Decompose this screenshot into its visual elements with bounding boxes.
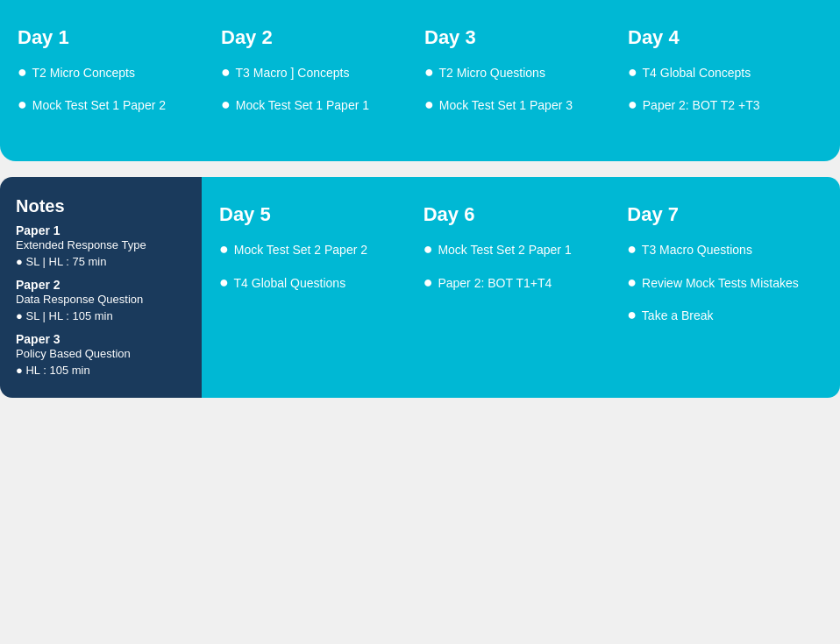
bottom-day-7-item-2: ● Review Mock Tests Mistakes — [627, 272, 822, 294]
bottom-day-5-item-1: ● Mock Test Set 2 Paper 2 — [219, 238, 415, 260]
notes-title: Notes — [16, 196, 186, 216]
top-day-2-item-2: ● Mock Test Set 1 Paper 1 — [221, 94, 416, 116]
bottom-section: Notes Paper 1 Extended Response Type ● S… — [0, 177, 840, 415]
paper1-label: Paper 1 — [16, 223, 186, 237]
top-day-1-item-1: ● T2 Micro Concepts — [18, 61, 212, 83]
paper3-desc: Policy Based Question — [16, 346, 186, 363]
top-day-2: Day 2● T3 Macro ] Concepts● Mock Test Se… — [221, 26, 416, 126]
paper1-desc: Extended Response Type — [16, 237, 186, 254]
top-days-section: Day 1● T2 Micro Concepts● Mock Test Set … — [0, 0, 840, 161]
bottom-day-6: Day 6● Mock Test Set 2 Paper 1● Paper 2:… — [424, 203, 619, 372]
bottom-day-7-item-3: ● Take a Break — [627, 304, 822, 326]
bottom-day-6-item-1: ● Mock Test Set 2 Paper 1 — [424, 238, 619, 260]
bottom-day-7-item-1: ● T3 Macro Questions — [627, 238, 822, 260]
bottom-day-7: Day 7● T3 Macro Questions● Review Mock T… — [627, 203, 822, 372]
top-day-2-title: Day 2 — [221, 26, 416, 49]
bottom-day-5-item-2: ● T4 Global Questions — [219, 272, 415, 294]
paper2-time: ● SL | HL : 105 min — [16, 308, 186, 325]
bottom-day-6-title: Day 6 — [424, 203, 619, 226]
top-day-2-item-1: ● T3 Macro ] Concepts — [221, 61, 416, 83]
top-day-1-title: Day 1 — [18, 26, 212, 49]
bottom-day-6-item-2: ● Paper 2: BOT T1+T4 — [424, 272, 619, 294]
top-day-3: Day 3● T2 Micro Questions● Mock Test Set… — [424, 26, 619, 126]
top-day-4-title: Day 4 — [628, 26, 822, 49]
bottom-day-5: Day 5● Mock Test Set 2 Paper 2● T4 Globa… — [219, 203, 415, 372]
bottom-day-7-title: Day 7 — [627, 203, 822, 226]
bottom-days-panel: Day 5● Mock Test Set 2 Paper 2● T4 Globa… — [202, 177, 840, 398]
paper2-label: Paper 2 — [16, 278, 186, 292]
top-day-3-item-2: ● Mock Test Set 1 Paper 3 — [424, 94, 619, 116]
paper1-time: ● SL | HL : 75 min — [16, 254, 186, 271]
top-day-1: Day 1● T2 Micro Concepts● Mock Test Set … — [18, 26, 212, 126]
top-day-4-item-2: ● Paper 2: BOT T2 +T3 — [628, 94, 822, 116]
top-day-4-item-1: ● T4 Global Concepts — [628, 61, 822, 83]
top-day-1-item-2: ● Mock Test Set 1 Paper 2 — [18, 94, 212, 116]
paper3-time: ● HL : 105 min — [16, 363, 186, 379]
bottom-day-5-title: Day 5 — [219, 203, 415, 226]
top-day-3-item-1: ● T2 Micro Questions — [424, 61, 619, 83]
notes-panel: Notes Paper 1 Extended Response Type ● S… — [0, 177, 202, 398]
paper2-desc: Data Response Question — [16, 292, 186, 308]
top-day-3-title: Day 3 — [424, 26, 619, 49]
paper3-label: Paper 3 — [16, 332, 186, 346]
top-day-4: Day 4● T4 Global Concepts● Paper 2: BOT … — [628, 26, 822, 126]
